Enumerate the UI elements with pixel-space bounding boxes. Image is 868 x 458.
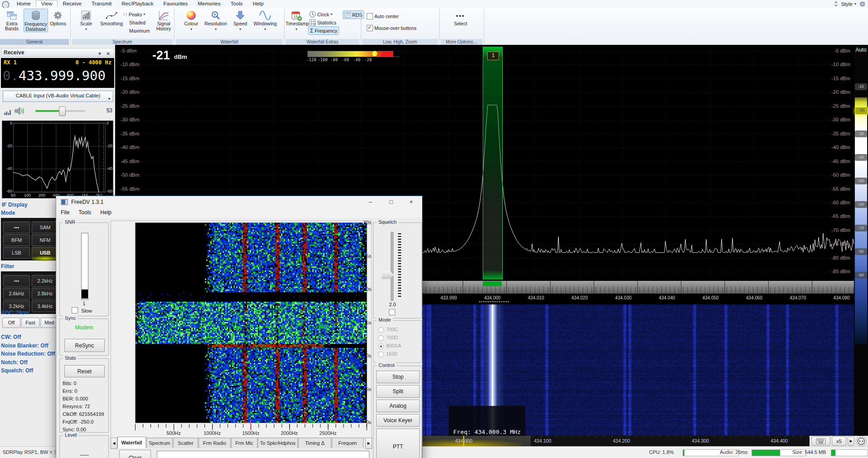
- tuned-frequency[interactable]: 0.433.999.900: [3, 68, 106, 83]
- control-button[interactable]: Stop: [376, 371, 420, 383]
- freedv-tab[interactable]: To Spkr/Hdphns: [258, 438, 298, 448]
- ribbon-tab[interactable]: Rec/Playback: [116, 0, 158, 7]
- style-label[interactable]: Style: [841, 1, 853, 7]
- rx-band-badge[interactable]: 1: [487, 52, 499, 60]
- freedv-menu-item[interactable]: Help: [96, 208, 116, 217]
- maximize-button[interactable]: □: [381, 196, 401, 208]
- text-output-field[interactable]: [157, 451, 369, 458]
- mouse-over-row[interactable]: Mouse-over buttons: [367, 24, 417, 32]
- filter-button[interactable]: 2.2kHz: [32, 275, 58, 287]
- waterfall-gradient-bar[interactable]: [307, 51, 393, 57]
- freedv-title-bar[interactable]: FreeDV 1.3.1 – □ ×: [56, 196, 422, 208]
- freedv-menu-item[interactable]: File: [56, 208, 74, 217]
- volume-slider-handle[interactable]: [59, 106, 66, 116]
- ribbon-tab[interactable]: Transmit: [87, 0, 116, 7]
- waterfall-colorbar[interactable]: Auto -10-20-30-40-50-60-70-80-90: [854, 45, 868, 436]
- control-button[interactable]: Analog: [376, 400, 420, 412]
- freedv-tab[interactable]: Frm Mic: [231, 438, 257, 448]
- filter-button[interactable]: 3.4kHz: [32, 300, 58, 312]
- ribbon-tab[interactable]: Home: [12, 0, 36, 7]
- freedv-tab[interactable]: Spectrum: [146, 438, 173, 448]
- stepper-icon[interactable]: [833, 0, 839, 7]
- keyboard-entry-button[interactable]: [811, 436, 830, 446]
- windowing-button[interactable]: Windowing ▾: [250, 9, 280, 32]
- peaks-row[interactable]: ↑↑ Peaks ▾: [123, 10, 145, 18]
- timestamp-button[interactable]: 15 Timestamp ▾: [286, 9, 307, 32]
- dsp-status-line[interactable]: CW: Off: [1, 334, 21, 340]
- freedv-mode-radio[interactable]: [378, 343, 384, 349]
- filter-button[interactable]: 2.6kHz: [3, 288, 30, 299]
- dsp-status-line[interactable]: Noise Reduction: Off: [1, 351, 55, 357]
- dsp-status-line[interactable]: Squelch: Off: [1, 367, 33, 374]
- scale-button[interactable]: Scale ▾: [77, 9, 96, 32]
- ribbon-tab[interactable]: Favourites: [159, 0, 193, 7]
- resolution-button[interactable]: Resolution ▾: [202, 9, 229, 32]
- ribbon-tab[interactable]: Memories: [193, 0, 225, 7]
- freedv-mode-radio[interactable]: [378, 327, 384, 333]
- dsp-status-line[interactable]: Noise Blanker: Off: [1, 342, 48, 349]
- shaded-row[interactable]: Shaded: [129, 19, 145, 26]
- minimize-button[interactable]: –: [360, 196, 380, 208]
- ribbon-tab[interactable]: Help: [248, 0, 269, 7]
- rx-band-region[interactable]: [483, 47, 503, 280]
- options-button[interactable]: Options: [48, 9, 68, 26]
- control-button[interactable]: Voice Keyer: [376, 414, 420, 427]
- freedv-mode-radio[interactable]: [378, 352, 384, 357]
- frequency-display[interactable]: RX 1 0 - 4000 Hz 0.433.999.900: [1, 58, 114, 88]
- gear-icon[interactable]: [858, 0, 867, 8]
- resync-button[interactable]: ReSync: [64, 339, 105, 352]
- receive-panel-header[interactable]: Receive ▼ ✕: [1, 48, 114, 57]
- mode-button[interactable]: BFM: [3, 234, 30, 246]
- select-button[interactable]: ••• Select: [447, 9, 474, 26]
- gradient-level-dot[interactable]: [372, 51, 378, 57]
- smoothing-button[interactable]: Smoothing: [97, 9, 126, 26]
- freedv-tab[interactable]: Timing Δ: [298, 438, 331, 448]
- mode-button[interactable]: •••: [3, 222, 30, 233]
- panel-collapse-icon[interactable]: ▼: [97, 50, 102, 58]
- extra-bands-button[interactable]: Extra Bands: [1, 9, 23, 31]
- mode-button[interactable]: LSB: [3, 247, 30, 259]
- ribbon-tab[interactable]: Receive: [58, 0, 87, 7]
- freedv-mode-radio[interactable]: [378, 335, 384, 341]
- audio-meter-icon[interactable]: [4, 107, 12, 116]
- squelch-enable-checkbox[interactable]: [389, 309, 395, 315]
- maximum-row[interactable]: Maximum: [129, 27, 150, 34]
- auto-center-checkbox[interactable]: [367, 13, 373, 19]
- close-button[interactable]: ×: [401, 196, 421, 208]
- agc-button[interactable]: Off: [2, 318, 20, 328]
- freedv-window[interactable]: FreeDV 1.3.1 – □ × FileToolsHelp SNR 1 S…: [56, 196, 422, 458]
- mode-button[interactable]: USB: [32, 247, 58, 259]
- mode-button[interactable]: SAM: [32, 222, 58, 233]
- snr-slow-checkbox[interactable]: [72, 307, 78, 313]
- panel-close-icon[interactable]: ✕: [107, 50, 110, 58]
- signal-history-button[interactable]: Signal History: [155, 9, 173, 31]
- zoom-caret-button[interactable]: ▶: [848, 436, 854, 446]
- speed-button[interactable]: Speed ▾: [231, 9, 249, 32]
- tab-scroll-left[interactable]: ◀: [111, 438, 117, 449]
- span-reset-button[interactable]: [856, 436, 867, 447]
- clock-row[interactable]: Clock ▾: [309, 10, 332, 18]
- ribbon-tab[interactable]: Tools: [226, 0, 248, 7]
- snr-slow-row[interactable]: Slow: [72, 307, 90, 315]
- mouse-over-checkbox[interactable]: [367, 25, 373, 31]
- filter-button[interactable]: 2.8kHz: [32, 288, 58, 299]
- frequency-database-button[interactable]: Frequency Database: [24, 9, 48, 32]
- dsp-status-line[interactable]: Notch: Off: [1, 359, 28, 366]
- freedv-tab[interactable]: Scatter: [173, 438, 198, 448]
- filter-button[interactable]: •••: [3, 275, 30, 287]
- freedv-menu-item[interactable]: Tools: [74, 208, 96, 217]
- colorbar-auto-label[interactable]: Auto: [854, 47, 868, 53]
- zoom-factor-button[interactable]: x5: [832, 436, 846, 446]
- audio-device-select[interactable]: CABLE Input (VB-Audio Virtual Cable) ▼: [3, 91, 113, 102]
- frequency-row[interactable]: Σ Frequency: [308, 26, 339, 35]
- statistics-row[interactable]: 9 Statistics: [309, 19, 336, 26]
- squelch-slider-groove[interactable]: [391, 232, 393, 301]
- freedv-tab[interactable]: Frm Radio: [199, 438, 231, 448]
- ribbon-tab[interactable]: View: [36, 0, 58, 7]
- speaker-icon[interactable]: [15, 106, 25, 116]
- reset-button[interactable]: Reset: [64, 365, 105, 377]
- auto-center-row[interactable]: Auto center: [367, 12, 399, 20]
- freedv-waterfall-canvas[interactable]: [135, 222, 367, 423]
- mode-button[interactable]: NFM: [32, 234, 58, 246]
- clear-button[interactable]: Clear: [119, 450, 151, 458]
